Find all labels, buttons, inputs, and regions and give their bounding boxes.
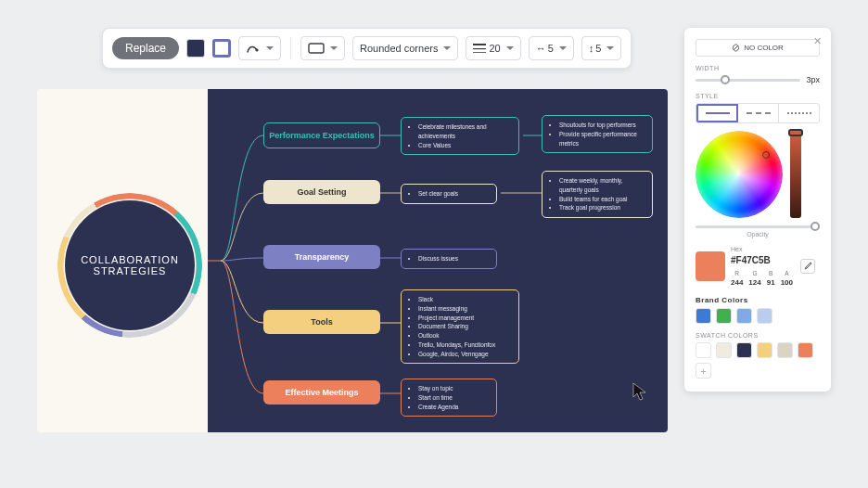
notes-box[interactable]: SlackInstant messagingProject management… <box>401 289 519 364</box>
format-toolbar: Replace Rounded corners 20 ↔ 5 ↕ 5 <box>102 28 632 69</box>
canvas-left-panel: COLLABORATION STRATEGIES <box>37 89 208 432</box>
stroke-style-group <box>696 103 820 123</box>
canvas-right-panel: Performance Expectations Goal Setting Tr… <box>208 89 668 432</box>
center-node[interactable]: COLLABORATION STRATEGIES <box>65 200 195 330</box>
eyedropper-icon <box>803 262 812 271</box>
color-wheel-handle[interactable] <box>762 151 770 159</box>
eyedropper-button[interactable] <box>800 259 815 274</box>
current-color-swatch <box>696 251 725 281</box>
note-item: Create Agenda <box>418 403 489 412</box>
stroke-weight-value: 20 <box>489 43 500 54</box>
svg-rect-1 <box>309 44 324 53</box>
branch-label: Effective Meetings <box>285 388 358 397</box>
swatch-color[interactable] <box>757 342 772 358</box>
swatch-color[interactable] <box>716 342 732 358</box>
pointer-cursor-icon <box>632 382 647 403</box>
close-icon[interactable]: ✕ <box>813 35 822 47</box>
chevron-down-icon <box>266 46 274 50</box>
rectangle-shape-icon <box>308 43 325 54</box>
no-color-button[interactable]: NO COLOR <box>696 39 820 57</box>
arrow-horizontal-icon: ↔ <box>536 43 545 54</box>
hex-value[interactable]: #F47C5B <box>731 254 793 267</box>
color-wheel[interactable] <box>696 131 783 218</box>
branch-node[interactable]: Effective Meetings <box>263 380 380 405</box>
branch-node[interactable]: Performance Expectations <box>263 122 380 148</box>
horizontal-spacing-dropdown[interactable]: ↔ 5 <box>529 36 574 60</box>
swatch-colors-row: + <box>696 342 820 379</box>
branch-label: Transparency <box>295 252 350 262</box>
branch-label: Performance Expectations <box>269 131 375 140</box>
notes-box[interactable]: Stay on topicStart on timeCreate Agenda <box>401 379 497 417</box>
corner-style-dropdown[interactable]: Rounded corners <box>352 36 458 60</box>
corner-style-label: Rounded corners <box>360 43 438 54</box>
design-canvas[interactable]: COLLABORATION STRATEGIES Performance Exp… <box>37 89 668 432</box>
note-item: Build teams for each goal <box>559 195 645 204</box>
brand-colors-label: Brand Colors <box>696 296 820 304</box>
opacity-slider[interactable] <box>696 225 820 228</box>
saturation-slider[interactable] <box>790 131 801 218</box>
note-item: Trello, Mondays, Functionfox <box>418 340 511 350</box>
note-item: Project management <box>418 314 511 323</box>
vertical-spacing-dropdown[interactable]: ↕ 5 <box>581 36 622 60</box>
brand-colors-row <box>696 308 820 324</box>
svg-rect-2 <box>473 44 486 45</box>
swatch-color[interactable] <box>696 342 711 358</box>
saturation-handle[interactable] <box>788 129 803 136</box>
stroke-width-value: 3px <box>806 75 820 84</box>
branch-node[interactable]: Goal Setting <box>263 180 380 204</box>
add-swatch-button[interactable]: + <box>696 363 711 379</box>
note-item: Provide specific performance metrics <box>559 130 645 148</box>
branch-node[interactable]: Transparency <box>263 245 380 269</box>
note-item: Google, Airdoc, Venngage <box>418 350 511 359</box>
fill-color-swatch[interactable] <box>186 39 205 58</box>
brand-color-swatch[interactable] <box>757 308 772 324</box>
note-item: Slack <box>418 295 511 304</box>
branch-label: Tools <box>311 317 332 327</box>
brand-color-swatch[interactable] <box>696 308 711 324</box>
note-item: Core Values <box>418 141 511 150</box>
brand-color-swatch[interactable] <box>736 308 752 324</box>
svg-point-0 <box>255 48 258 51</box>
notes-box[interactable]: Set clear goals <box>401 184 497 204</box>
hex-label: Hex <box>731 245 793 254</box>
brand-color-swatch[interactable] <box>716 308 732 324</box>
line-style-dropdown[interactable] <box>238 36 281 60</box>
chevron-down-icon <box>330 46 338 50</box>
arrow-vertical-icon: ↕ <box>589 43 594 54</box>
stroke-weight-dropdown[interactable]: 20 <box>466 36 520 60</box>
note-item: Stay on topic <box>418 384 489 393</box>
note-item: Document Sharing <box>418 322 511 331</box>
chevron-down-icon <box>606 46 614 50</box>
swatch-color[interactable] <box>736 342 752 358</box>
svg-rect-3 <box>473 48 486 49</box>
swatch-color[interactable] <box>777 342 793 358</box>
note-item: Instant messaging <box>418 304 511 314</box>
chevron-down-icon <box>559 46 567 50</box>
h-spacing-value: 5 <box>548 43 554 54</box>
stroke-width-slider[interactable] <box>696 79 800 82</box>
note-item: Shoutouts for top performers <box>559 121 645 130</box>
no-color-icon <box>732 44 740 52</box>
notes-box[interactable]: Create weekly, monthly, quarterly goalsB… <box>542 171 653 218</box>
replace-button[interactable]: Replace <box>112 37 179 59</box>
note-item: Celebrate milestones and achievements <box>418 122 511 141</box>
opacity-label: Opacity <box>696 231 820 238</box>
branch-node[interactable]: Tools <box>263 310 380 334</box>
notes-box[interactable]: Celebrate milestones and achievementsCor… <box>401 117 519 155</box>
swatch-color[interactable] <box>798 342 813 358</box>
center-node-title: COLLABORATION STRATEGIES <box>72 254 187 276</box>
note-item: Set clear goals <box>418 189 489 199</box>
notes-box[interactable]: Discuss issues <box>401 249 497 269</box>
stroke-style-dot[interactable] <box>779 104 819 122</box>
note-item: Create weekly, monthly, quarterly goals <box>559 176 645 195</box>
style-label: STYLE <box>696 93 820 99</box>
branch-label: Goal Setting <box>297 187 346 197</box>
stroke-style-dash[interactable] <box>738 104 779 122</box>
stroke-color-swatch[interactable] <box>212 39 231 58</box>
shape-dropdown[interactable] <box>300 36 345 60</box>
notes-box[interactable]: Shoutouts for top performersProvide spec… <box>542 115 653 153</box>
stroke-style-solid[interactable] <box>696 104 738 122</box>
color-panel: ✕ NO COLOR WIDTH 3px STYLE Opacity Hex #… <box>684 28 831 392</box>
chevron-down-icon <box>443 46 451 50</box>
note-item: Outlook <box>418 331 511 340</box>
